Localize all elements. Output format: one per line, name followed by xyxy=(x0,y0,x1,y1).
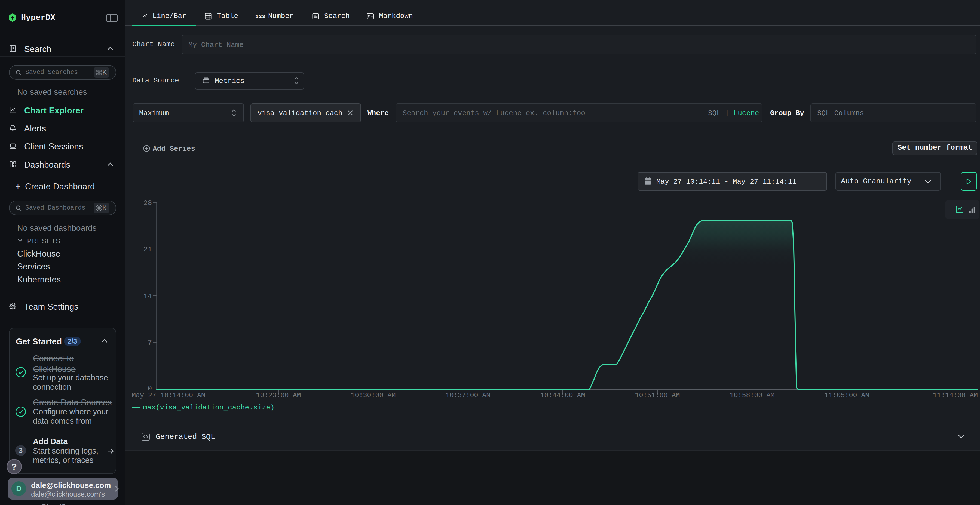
svg-text:May 27 10:14:00 AM: May 27 10:14:00 AM xyxy=(132,392,205,399)
svg-text:10:58:00 AM: 10:58:00 AM xyxy=(730,392,775,399)
svg-text:10:30:00 AM: 10:30:00 AM xyxy=(351,392,396,399)
svg-text:11:05:00 AM: 11:05:00 AM xyxy=(824,392,869,399)
svg-text:7: 7 xyxy=(148,339,152,347)
svg-text:10:51:00 AM: 10:51:00 AM xyxy=(635,392,680,399)
svg-text:10:44:00 AM: 10:44:00 AM xyxy=(540,392,585,399)
svg-text:28: 28 xyxy=(143,199,152,207)
svg-text:10:37:00 AM: 10:37:00 AM xyxy=(445,392,490,399)
svg-text:14: 14 xyxy=(143,292,152,300)
svg-text:11:14:00 AM: 11:14:00 AM xyxy=(933,392,978,399)
svg-text:21: 21 xyxy=(143,245,152,254)
svg-text:10:23:00 AM: 10:23:00 AM xyxy=(256,392,301,399)
